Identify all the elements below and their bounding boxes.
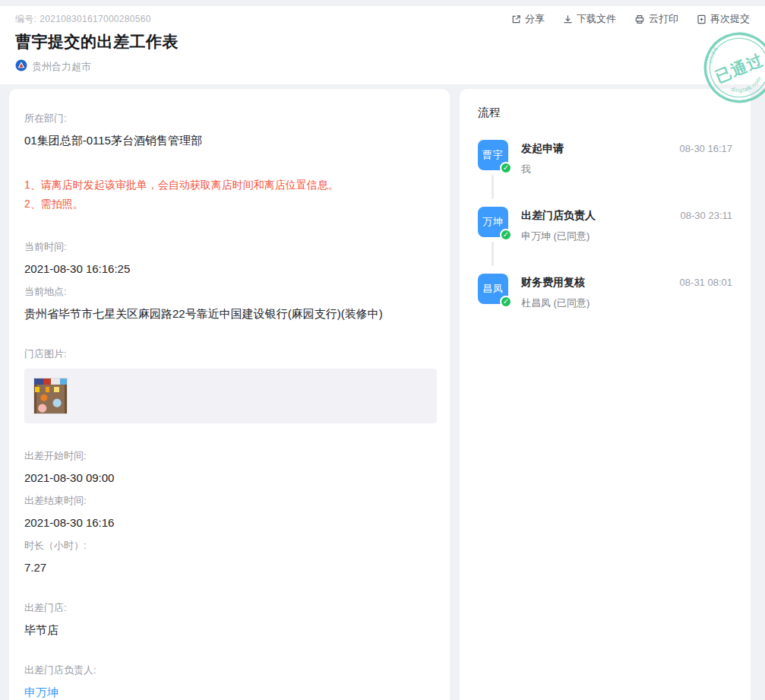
field-value: 7.27: [24, 559, 422, 575]
field-trip-end: 出差结束时间: 2021-08-30 16:16: [24, 494, 422, 531]
share-icon: [511, 14, 521, 24]
share-button[interactable]: 分享: [511, 12, 545, 26]
download-label: 下载文件: [577, 12, 616, 26]
store-photo-thumbnail[interactable]: [33, 378, 68, 414]
main-content: 所在部门: 01集团总部-0115茅台酒销售管理部 1、请离店时发起该审批单，会…: [0, 84, 765, 700]
field-label: 时长（小时）:: [24, 539, 422, 553]
field-value: 2021-08-30 16:16: [24, 515, 422, 531]
step-subtitle: 申万坤 (已同意): [521, 230, 732, 243]
field-trip-start: 出差开始时间: 2021-08-30 09:00: [24, 449, 422, 486]
field-duration: 时长（小时）: 7.27: [24, 539, 422, 575]
step-body: 出差门店负责人 08-30 23:11 申万坤 (已同意): [521, 207, 732, 243]
step-title: 出差门店负责人: [521, 209, 596, 223]
field-store-manager: 出差门店负责人: 申万坤: [24, 664, 422, 700]
org-row: 贵州合力超市: [11, 59, 750, 74]
field-label: 出差门店负责人:: [24, 664, 422, 677]
step-time: 08-30 16:17: [680, 143, 732, 154]
cloud-print-button[interactable]: 云打印: [634, 12, 678, 26]
approved-check-icon: ✓: [500, 229, 512, 241]
approved-check-icon: ✓: [500, 162, 512, 174]
cloud-print-label: 云打印: [649, 12, 678, 26]
notice-text: 1、请离店时发起该审批单，会自动获取离店时间和离店位置信息。 2、需拍照。: [24, 176, 422, 213]
download-icon: [563, 14, 573, 24]
step-body: 财务费用复核 08-31 08:01 杜昌凤 (已同意): [521, 274, 732, 310]
step-title: 发起申请: [521, 142, 564, 156]
resubmit-button[interactable]: 再次提交: [697, 12, 750, 26]
field-label: 门店图片:: [24, 347, 422, 361]
approved-check-icon: ✓: [500, 296, 512, 308]
org-name: 贵州合力超市: [32, 60, 91, 74]
page-header: 编号:202108301617000280560 分享 下载文件: [0, 6, 765, 84]
field-current-time: 当前时间: 2021-08-30 16:16:25: [24, 240, 422, 277]
avatar-wrap: 昌凤 ✓: [478, 274, 508, 304]
field-current-location: 当前地点: 贵州省毕节市七星关区麻园路22号靠近中国建设银行(麻园支行)(装修中…: [24, 285, 422, 321]
field-store-photo: 门店图片:: [24, 347, 422, 423]
field-label: 所在部门:: [24, 112, 422, 125]
serial-value: 202108301617000280560: [40, 14, 150, 24]
photo-panel: [24, 369, 437, 423]
field-value: 01集团总部-0115茅台酒销售管理部: [24, 132, 422, 148]
field-department: 所在部门: 01集团总部-0115茅台酒销售管理部: [24, 112, 422, 148]
flow-panel: 流程 曹宇 ✓ 发起申请 08-30 16:17 我 万坤 ✓: [460, 89, 751, 700]
header-actions: 分享 下载文件 云打印: [511, 12, 750, 26]
step-subtitle: 杜昌凤 (已同意): [521, 296, 732, 310]
share-label: 分享: [525, 12, 545, 26]
field-label: 当前时间:: [24, 240, 422, 254]
flow-connector: [492, 175, 494, 199]
step-time: 08-31 08:01: [680, 277, 732, 288]
notice-line-2: 2、需拍照。: [24, 195, 422, 214]
serial-number: 编号:202108301617000280560: [15, 13, 151, 26]
flow-title: 流程: [478, 106, 732, 120]
field-label: 出差开始时间:: [24, 449, 422, 463]
step-title: 财务费用复核: [521, 276, 585, 290]
resubmit-label: 再次提交: [710, 12, 750, 26]
notice-line-1: 1、请离店时发起该审批单，会自动获取离店时间和离店位置信息。: [24, 176, 422, 195]
field-label: 出差结束时间:: [24, 494, 422, 508]
field-trip-store: 出差门店: 毕节店: [24, 601, 422, 638]
download-file-button[interactable]: 下载文件: [563, 12, 616, 26]
avatar-wrap: 曹宇 ✓: [478, 140, 508, 170]
flow-step-finance-review: 昌凤 ✓ 财务费用复核 08-31 08:01 杜昌凤 (已同意): [478, 274, 732, 310]
org-logo-icon: [15, 59, 27, 74]
form-card: 所在部门: 01集团总部-0115茅台酒销售管理部 1、请离店时发起该审批单，会…: [9, 89, 450, 700]
document-plus-icon: [697, 14, 707, 24]
step-time: 08-30 23:11: [681, 210, 732, 221]
page-title: 曹宇提交的出差工作表: [11, 31, 750, 52]
step-subtitle: 我: [521, 163, 732, 176]
field-value: 2021-08-30 09:00: [24, 470, 422, 486]
store-manager-link[interactable]: 申万坤: [24, 684, 422, 700]
flow-connector: [492, 242, 494, 266]
step-body: 发起申请 08-30 16:17 我: [521, 140, 732, 176]
field-label: 出差门店:: [24, 601, 422, 615]
field-value: 2021-08-30 16:16:25: [24, 261, 422, 277]
field-label: 当前地点:: [24, 285, 422, 299]
flow-step-initiate: 曹宇 ✓ 发起申请 08-30 16:17 我: [478, 140, 732, 207]
field-value: 毕节店: [24, 622, 422, 638]
printer-icon: [634, 14, 645, 24]
serial-label: 编号:: [15, 14, 36, 24]
serial-row: 编号:202108301617000280560 分享 下载文件: [11, 12, 750, 26]
flow-step-store-manager: 万坤 ✓ 出差门店负责人 08-30 23:11 申万坤 (已同意): [478, 207, 732, 274]
field-value: 贵州省毕节市七星关区麻园路22号靠近中国建设银行(麻园支行)(装修中): [24, 306, 422, 321]
avatar-wrap: 万坤 ✓: [478, 207, 508, 237]
